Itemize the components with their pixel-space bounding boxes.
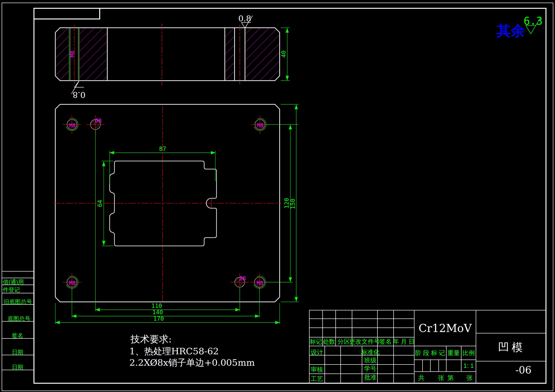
scale-value: 1: 1 bbox=[463, 362, 474, 369]
die-cavity-outline bbox=[110, 161, 217, 246]
dimensions bbox=[55, 104, 299, 324]
rev-header: 处数 bbox=[323, 338, 335, 345]
surface-mark-bottom: 0.8 bbox=[72, 81, 86, 100]
drawing-canvas: 借(通)用 件登记 旧底图总号 底图总号 签名 日期 日期 其余 6.3 M8 bbox=[0, 0, 555, 392]
dim-label: 140 bbox=[152, 309, 163, 316]
plan-centerlines bbox=[53, 106, 281, 301]
scale-header: 比例 bbox=[462, 349, 475, 356]
cad-drawing-sheet: 借(通)用 件登记 旧底图总号 底图总号 签名 日期 日期 其余 6.3 M8 bbox=[0, 0, 555, 392]
frame-corner-box bbox=[34, 8, 100, 19]
dim-label: 120 bbox=[283, 198, 290, 208]
dim-label: 110 bbox=[151, 302, 162, 309]
cell-label-studentno: 学号 bbox=[364, 365, 377, 372]
sidebar-label: 日期 bbox=[12, 364, 23, 370]
dim-label: 170 bbox=[153, 315, 164, 322]
sidebar-label: 底图总号 bbox=[7, 315, 30, 322]
sidebar-labels: 借(通)用 件登记 旧底图总号 底图总号 签名 日期 日期 bbox=[3, 279, 32, 370]
sidebar-label: 借(通)用 bbox=[3, 279, 24, 285]
cell-label-process: 工艺 bbox=[311, 375, 323, 382]
rev-header: 分区 bbox=[337, 338, 350, 345]
rev-header: 签名 bbox=[379, 338, 392, 345]
dim-label: 40 bbox=[280, 50, 287, 58]
stage-mark-header: 阶 段 标 记 bbox=[415, 349, 445, 356]
cell-label-standard: 标准化 bbox=[361, 349, 380, 356]
hole-label: M8 bbox=[257, 280, 263, 286]
thread-size-label: M8 bbox=[69, 51, 75, 57]
plan-view: M8 Ø8 M8 M8 Ø8 bbox=[53, 104, 281, 302]
cell-label-design: 设计 bbox=[311, 349, 323, 356]
sheet-count-label: 共 bbox=[418, 374, 424, 381]
tech-req-item: 2.2XØ8x销子单边+0.005mm bbox=[129, 357, 255, 368]
roughness-bottom-value: 0.8 bbox=[73, 90, 86, 100]
part-name: 凹 模 bbox=[498, 341, 523, 353]
sheet-count-label: 张 bbox=[438, 374, 444, 381]
rev-header: 标记 bbox=[310, 338, 322, 345]
cell-label-check: 审核 bbox=[311, 366, 323, 373]
dim-40: 40 bbox=[280, 28, 290, 81]
hole-label: Ø8 bbox=[239, 275, 246, 281]
dim-label: 64 bbox=[96, 200, 103, 207]
tech-req-item: 1、热处理HRC58-62 bbox=[129, 346, 219, 356]
roughness-top-value: 0.8 bbox=[238, 14, 251, 23]
dimension-labels: 87 64 110 140 170 120 150 bbox=[96, 145, 296, 322]
cell-label-approve: 批准 bbox=[364, 374, 377, 381]
cell-label-class: 班级 bbox=[364, 357, 377, 364]
material-spec: Cr12MoV bbox=[418, 322, 472, 335]
drawing-number: -06 bbox=[515, 364, 532, 376]
surface-mark-top: 0.8 bbox=[238, 14, 253, 28]
dim-label: 150 bbox=[289, 199, 296, 209]
sidebar-label: 日期 bbox=[12, 349, 23, 355]
rev-header: 年 月 日 bbox=[393, 338, 415, 345]
dim-label: 87 bbox=[159, 145, 166, 152]
sidebar-label: 旧底图总号 bbox=[4, 299, 32, 305]
section-view: M8 0.8 0.8 40 bbox=[55, 14, 290, 100]
sidebar-label: 件登记 bbox=[3, 286, 20, 293]
title-block: 标记 处数 分区 更改文件号 签名 年 月 日 设计 标准化 班级 审核 学号 … bbox=[309, 310, 546, 383]
hole-label: Ø8 bbox=[95, 118, 102, 124]
hole-m8-top-left: M8 bbox=[63, 115, 81, 134]
surface-note-corner: 其余 6.3 bbox=[496, 15, 542, 39]
sheet-count-label: 第 bbox=[447, 374, 454, 381]
sidebar-label: 签名 bbox=[12, 332, 23, 339]
hole-label: M8 bbox=[69, 122, 76, 128]
weight-header: 重量 bbox=[447, 349, 460, 356]
rev-header: 更改文件号 bbox=[349, 338, 380, 345]
other-surfaces-label: 其余 bbox=[496, 23, 525, 39]
hole-label: M8 bbox=[257, 122, 264, 128]
sheet-count-label: 张 bbox=[467, 374, 473, 381]
tech-req-title: 技术要求: bbox=[130, 334, 172, 345]
hole-label: M8 bbox=[69, 280, 76, 286]
title-block-text: 标记 处数 分区 更改文件号 签名 年 月 日 设计 标准化 班级 审核 学号 … bbox=[310, 322, 532, 382]
technical-requirements: 技术要求: 1、热处理HRC58-62 2.2XØ8x销子单边+0.005mm bbox=[129, 334, 255, 368]
